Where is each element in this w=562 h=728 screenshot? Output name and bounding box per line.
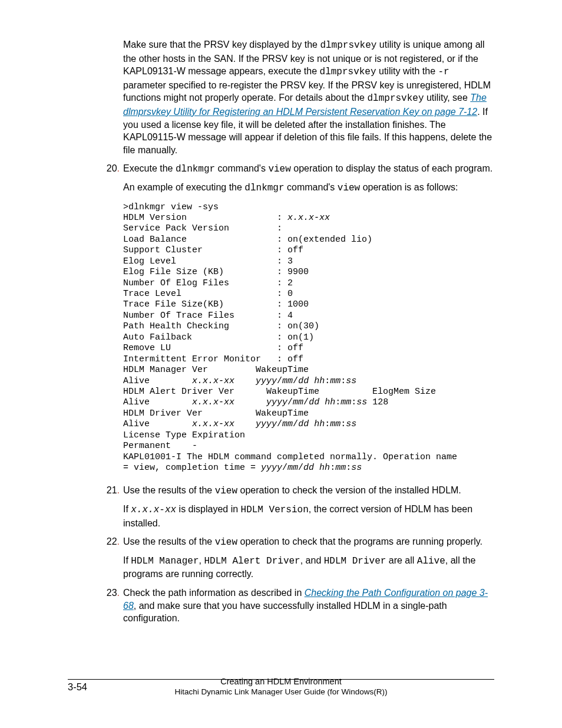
cl: : [346,463,351,473]
cl: / [282,463,287,473]
cl: Alive [123,397,192,407]
cl: Remove LU : off [123,343,303,353]
code-inline: view [215,537,237,548]
cl: Trace File Size(KB) : 1000 [123,299,309,309]
code-inline: dlmprsvkey [320,40,376,51]
text: Check the path information as described … [123,588,305,598]
cl: yyyy [266,397,287,407]
code-inline: dlnkmgr [244,183,284,193]
cl: Service Pack Version : [123,223,282,233]
text: command's [215,163,268,173]
cl: yyyy [256,419,277,429]
step-subpara: An example of executing the dlnkmgr comm… [123,181,494,195]
text: , and [300,555,324,565]
cl: Auto Failback : on(1) [123,332,314,342]
cl [234,419,256,429]
cl: x.x.x-xx [192,397,234,407]
cl: / [293,419,298,429]
cl: / [277,376,282,386]
cl: : [340,376,346,386]
code-inline: dlnkmgr [176,164,215,174]
code-inline: HDLM Driver [324,556,386,566]
footer-title-1: Creating an HDLM Environment [0,677,562,686]
cl: ss [346,419,356,429]
cl: Load Balance : on(extended lio) [123,235,372,245]
code-inline: dlmprsvkey [320,67,376,77]
cl: HDLM Manager Ver WakeupTime [123,365,309,375]
code-inline: HDLM Version [241,505,309,515]
text: operation is as follows: [360,182,458,192]
step-20: 20. Execute the dlnkmgr command's view o… [123,162,494,195]
text: Use the results of the [123,536,215,546]
cl: mm [287,463,298,473]
text: If [123,555,131,565]
footer-title-2: Hitachi Dynamic Link Manager User Guide … [0,687,562,696]
cl: mm [282,419,293,429]
code-inline: Alive [417,556,445,566]
dot-icon: . [117,536,120,546]
code-inline: HDLM Alert Driver [204,556,300,566]
page: Make sure that the PRSV key displayed by… [0,0,562,728]
step-number: 23. [102,587,120,599]
text: are all [386,555,416,565]
text: Make sure that the PRSV key displayed by… [123,39,320,50]
cl: Trace Level : 0 [123,289,293,299]
cl: : [351,397,356,407]
cl: Elog File Size (KB) : 9900 [123,267,309,277]
cl: = view, completion time = [123,463,261,473]
step-22: 22. Use the results of the view operatio… [123,535,494,581]
cl: : [330,463,335,473]
step-subpara: If HDLM Manager, HDLM Alert Driver, and … [123,554,494,581]
cl: HDLM Alert Driver Ver WakeupTime ElogMem… [123,387,436,397]
step-number: 21. [102,484,120,497]
code-block: >dlnkmgr view -sys HDLM Version : x.x.x-… [123,202,494,474]
cl: Permanent - [123,441,197,451]
cl [234,376,256,386]
cl: Intermittent Error Monitor : off [123,354,303,364]
content: Make sure that the PRSV key displayed by… [68,38,494,625]
cl: / [303,397,309,407]
cl: Number Of Elog Files : 2 [123,278,293,288]
cl: Alive [123,376,192,386]
cl: License Type Expiration [123,430,245,440]
dot-icon: . [117,485,120,495]
code-inline: view [338,183,360,193]
cl: : [340,419,346,429]
num: 21 [107,485,117,495]
cl: ss [351,463,362,473]
step-body: Use the results of the view operation to… [123,535,494,549]
text: utility with the [376,66,438,76]
text: An example of executing the [123,182,244,192]
cl: dd hh [298,376,325,386]
cl: Support Cluster : off [123,245,303,255]
cl: mm [340,397,351,407]
cl: x.x.x-xx [287,213,330,223]
cl: mm [282,376,293,386]
text: , and make sure that you have successful… [123,601,447,624]
cl: : [325,376,330,386]
step-23: 23. Check the path information as descri… [123,587,494,625]
num: 23 [107,588,117,598]
cl: Path Health Checking : on(30) [123,321,319,331]
text: Use the results of the [123,485,215,495]
cl: : [325,419,330,429]
intro-paragraph: Make sure that the PRSV key displayed by… [123,38,494,156]
cl: Elog Level : 3 [123,256,293,266]
step-subpara: If x.x.x-xx is displayed in HDLM Version… [123,503,494,529]
step-number: 20. [102,162,120,175]
dot-icon: . [117,163,120,173]
code-inline: -r [438,67,449,77]
text: is displayed in [176,504,240,514]
code-inline: x.x.x-xx [131,505,176,515]
cl: Number Of Trace Files : 4 [123,311,293,321]
cl: yyyy [261,463,282,473]
cl: ss [346,376,356,386]
cl: HDLM Version : [123,213,287,223]
cl: mm [335,463,346,473]
cl: 128 [367,397,388,407]
step-body: Check the path information as described … [123,587,494,625]
step-body: Use the results of the view operation to… [123,484,494,498]
text: operation to display the status of each … [291,163,492,173]
cl: yyyy [256,376,277,386]
code-inline: dlmprsvkey [367,93,424,104]
